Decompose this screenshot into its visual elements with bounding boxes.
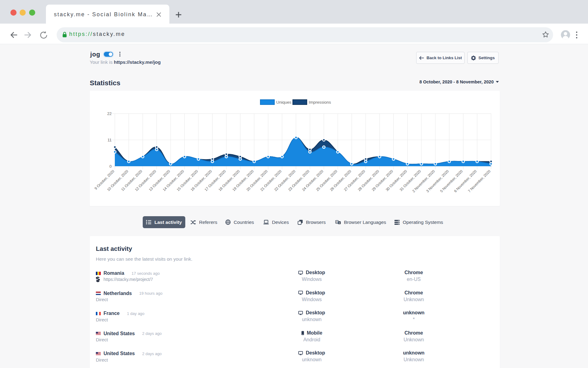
svg-text:z: z: [339, 221, 340, 224]
svg-text:0: 0: [109, 164, 111, 169]
svg-text:A: A: [336, 220, 338, 223]
svg-text:Uniques: Uniques: [276, 100, 292, 105]
svg-text:22: 22: [107, 111, 111, 116]
svg-text:11: 11: [107, 138, 112, 142]
svg-text:Impressions: Impressions: [309, 100, 331, 105]
